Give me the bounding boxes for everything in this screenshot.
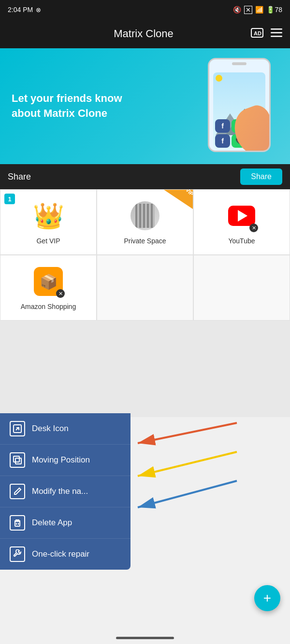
svg-line-13 xyxy=(138,423,237,443)
alarm-icon: ⊗ xyxy=(36,6,41,14)
repair-icon xyxy=(10,546,25,562)
promo-banner: Let your friends know about Matrix Clone… xyxy=(0,48,290,164)
status-bar: 2:04 PM ⊗ 🔇 ✕ 📶 🔋78 xyxy=(0,0,290,19)
private-space-icon xyxy=(130,201,160,230)
svg-rect-8 xyxy=(15,458,21,464)
svg-rect-2 xyxy=(271,28,282,30)
header-actions: AD xyxy=(250,28,282,41)
app-cell-empty-1 xyxy=(97,255,193,321)
menu-button[interactable] xyxy=(271,28,282,41)
banner-text: Let your friends know about Matrix Clone xyxy=(0,82,160,131)
menu-item-moving-position[interactable]: Moving Position xyxy=(0,445,130,476)
home-indicator[interactable] xyxy=(116,637,174,639)
close-badge-youtube: ✕ xyxy=(249,224,258,232)
svg-text:AD: AD xyxy=(254,30,261,36)
amazon-icon-wrap: 📦 ✕ xyxy=(32,265,65,298)
add-icon: + xyxy=(263,590,271,606)
app-grid: 1 👑 Get VIP VIP Private Space ✕ YouTube … xyxy=(0,189,290,321)
status-right: 🔇 ✕ 📶 🔋78 xyxy=(233,6,282,14)
bottom-area xyxy=(0,321,290,417)
menu-label-one-click-repair: One-click repair xyxy=(32,549,89,559)
svg-rect-10 xyxy=(15,521,20,526)
time-display: 2:04 PM xyxy=(8,6,33,14)
close-box-icon: ✕ xyxy=(244,6,252,14)
menu-item-one-click-repair[interactable]: One-click repair xyxy=(0,539,130,570)
context-menu: Desk Icon Moving Position Modify the na.… xyxy=(0,413,130,570)
yt-play-icon xyxy=(238,210,247,222)
menu-label-moving-position: Moving Position xyxy=(32,455,90,465)
edit-icon xyxy=(10,484,25,499)
vip-badge: VIP xyxy=(164,190,193,209)
fab-add-button[interactable]: + xyxy=(254,585,280,611)
svg-rect-7 xyxy=(14,456,19,462)
svg-line-14 xyxy=(138,452,237,476)
svg-rect-4 xyxy=(271,36,282,37)
ad-button[interactable]: AD xyxy=(250,28,264,41)
vip-icon-wrap: 👑 xyxy=(32,199,65,232)
phone-illustration: f 📞 ⚡ f 📞 ⚡ xyxy=(208,58,271,152)
mute-icon: 🔇 xyxy=(233,6,241,14)
app-header: Matrix Clone AD xyxy=(0,19,290,48)
number-badge: 1 xyxy=(4,194,15,204)
app-cell-get-vip[interactable]: 1 👑 Get VIP xyxy=(0,189,97,255)
share-bar-label: Share xyxy=(8,172,31,182)
app-label-vip: Get VIP xyxy=(36,237,60,245)
share-button[interactable]: Share xyxy=(240,168,282,185)
svg-rect-3 xyxy=(271,32,282,33)
app-cell-amazon[interactable]: 📦 ✕ Amazon Shopping xyxy=(0,255,97,321)
menu-item-delete-app[interactable]: Delete App xyxy=(0,507,130,539)
menu-item-modify-name[interactable]: Modify the na... xyxy=(0,476,130,507)
private-space-icon-wrap xyxy=(129,199,161,232)
menu-label-modify-name: Modify the na... xyxy=(32,487,88,496)
app-label-amazon: Amazon Shopping xyxy=(21,303,76,310)
page-title: Matrix Clone xyxy=(37,28,250,40)
status-left: 2:04 PM ⊗ xyxy=(8,6,41,14)
share-bar: Share Share xyxy=(0,164,290,189)
battery-icon: 🔋78 xyxy=(266,6,282,14)
app-cell-private-space[interactable]: VIP Private Space xyxy=(97,189,193,255)
close-badge-amazon: ✕ xyxy=(56,289,65,298)
menu-label-desk-icon: Desk Icon xyxy=(32,424,69,434)
trash-icon xyxy=(10,515,25,531)
youtube-icon-wrap: ✕ xyxy=(225,199,258,232)
youtube-icon xyxy=(228,206,255,226)
moving-position-icon xyxy=(10,452,25,468)
desk-icon-icon xyxy=(10,421,25,436)
app-cell-youtube[interactable]: ✕ YouTube xyxy=(193,189,290,255)
svg-line-15 xyxy=(138,481,237,507)
app-label-private-space: Private Space xyxy=(124,237,166,245)
menu-item-desk-icon[interactable]: Desk Icon xyxy=(0,413,130,445)
crown-icon: 👑 xyxy=(33,201,64,231)
app-cell-empty-2 xyxy=(193,255,290,321)
app-label-youtube: YouTube xyxy=(228,237,255,245)
menu-label-delete-app: Delete App xyxy=(32,518,72,528)
wifi-icon: 📶 xyxy=(255,6,263,14)
